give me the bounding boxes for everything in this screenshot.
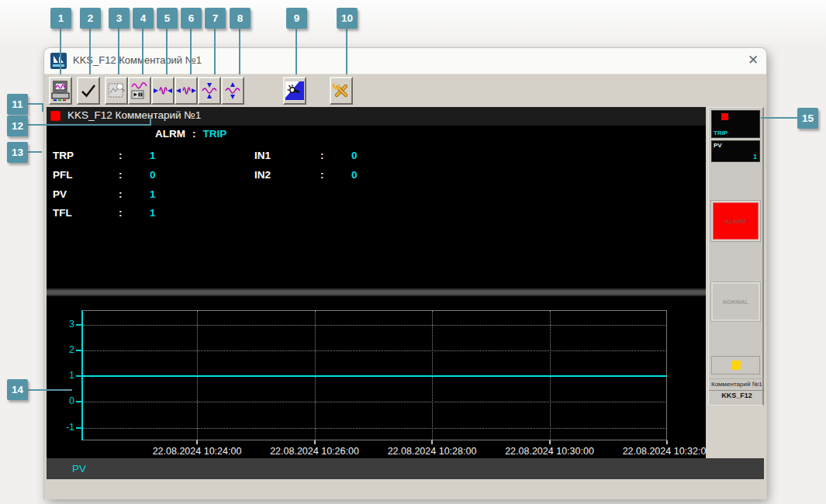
confirm-button[interactable]	[77, 77, 100, 105]
trend-legend: PV	[47, 458, 764, 479]
callout-line-3	[118, 29, 119, 74]
callout-line-14	[28, 389, 72, 391]
normal-state-button[interactable]: NORMAL	[711, 282, 760, 321]
chart-ytick	[76, 350, 81, 351]
expand-vertical-icon	[223, 81, 243, 100]
callout-badge-3: 3	[109, 8, 130, 29]
callout-line-12b	[150, 117, 151, 126]
chart-ytick	[76, 427, 81, 429]
callout-badge-7: 7	[205, 8, 226, 29]
chart-xtick	[666, 440, 668, 444]
trip-indicator-square	[721, 113, 728, 120]
alarm-state-value: TRIP	[203, 128, 227, 140]
chart-hgrid	[83, 350, 667, 351]
sidebar-kks-label: KKS_F12	[709, 392, 765, 399]
alarm-state-label: ALRM	[155, 128, 185, 140]
callout-badge-5: 5	[157, 8, 178, 29]
callout-badge-10: 10	[337, 8, 358, 29]
callout-line-12a	[28, 124, 151, 126]
chart-xlab: 22.08.2024 10:30:00	[484, 446, 616, 457]
chart-xlab: 22.08.2024 10:26:00	[249, 446, 381, 457]
snapshot-button[interactable]	[105, 77, 128, 105]
callout-line-1	[60, 29, 61, 74]
expand-vertical-button[interactable]	[221, 77, 244, 105]
tools-button[interactable]	[330, 77, 353, 105]
field-row-pfl: PFL:0	[53, 169, 156, 181]
chart-ytick	[76, 375, 81, 377]
callout-line-5	[166, 29, 168, 74]
compress-horizontal-button[interactable]	[151, 77, 175, 105]
mini-faceplate-panel: TRIP PV 1 ALARM NORMAL Комментарий №1 KK…	[708, 107, 764, 406]
compress-horizontal-icon	[153, 82, 173, 99]
trip-indicator-box: TRIP	[711, 110, 760, 138]
field-row-tfl: TFL:1	[53, 207, 156, 219]
chart-xtick	[196, 440, 198, 444]
chart-hgrid	[83, 428, 667, 429]
snapshot-icon	[107, 81, 126, 100]
chart-ytick	[76, 401, 81, 402]
callout-badge-9: 9	[286, 8, 307, 29]
field-row-in2: IN2:0	[254, 169, 358, 181]
callout-line-11b	[42, 103, 43, 112]
callout-line-6	[190, 29, 192, 74]
chart-hgrid	[83, 402, 667, 402]
chart-xtick	[431, 440, 433, 444]
panel-divider	[47, 288, 706, 296]
chart-ylab: -1	[48, 422, 74, 433]
callout-line-2	[89, 29, 91, 74]
chart-dataline	[83, 375, 667, 377]
theme-toggle-icon	[285, 81, 304, 100]
theme-toggle-button[interactable]	[283, 77, 306, 105]
callout-line-15	[761, 117, 797, 119]
callout-line-13	[28, 151, 42, 153]
chart-ylab: 2	[48, 344, 74, 355]
close-button[interactable]: ✕	[743, 50, 763, 71]
field-row-trp: TRP:1	[53, 150, 156, 161]
callout-line-7	[214, 29, 216, 74]
chart-xtick	[314, 440, 316, 444]
chart-ylab: 1	[48, 370, 74, 381]
print-screen-button[interactable]	[49, 77, 72, 105]
app-logo-icon	[50, 53, 67, 69]
faceplate-window: KKS_F12 Комментарий №1 ✕	[44, 48, 766, 499]
pv-box-label: PV	[714, 142, 722, 149]
chart-ytick	[76, 324, 81, 326]
callout-line-11a	[28, 103, 43, 105]
print-screen-icon	[51, 81, 70, 102]
window-title: KKS_F12 Комментарий №1	[73, 54, 202, 66]
yellow-indicator-box	[711, 356, 760, 375]
expand-horizontal-button[interactable]	[175, 77, 198, 105]
tools-icon	[332, 81, 351, 100]
chart-ylab: 3	[48, 319, 74, 330]
chart-xtick	[549, 440, 551, 444]
tag-header-title: KKS_F12 Комментарий №1	[67, 109, 201, 121]
pv-value-box: PV 1	[711, 140, 760, 162]
alarm-state-row: ALRM:TRIP	[155, 128, 226, 140]
callout-badge-8: 8	[230, 8, 251, 29]
field-row-in1: IN1:0	[254, 150, 358, 161]
faceplate-body: KKS_F12 Комментарий №1 ALRM:TRIP TRP:1 P…	[44, 107, 766, 499]
callout-badge-15: 15	[797, 108, 818, 129]
callout-badge-1: 1	[50, 8, 71, 29]
toolbar	[44, 74, 766, 107]
callout-line-4	[142, 29, 143, 74]
expand-horizontal-icon	[176, 82, 196, 99]
callout-badge-2: 2	[80, 8, 101, 29]
yellow-indicator-square	[731, 361, 741, 370]
trend-chart: 3210-122.08.2024 10:24:0022.08.2024 10:2…	[47, 296, 706, 458]
trend-pause-icon	[130, 81, 149, 101]
callout-line-9	[295, 29, 297, 74]
chart-xlab: 22.08.2024 10:24:00	[131, 446, 263, 457]
trend-pause-button[interactable]	[128, 77, 151, 105]
chart-xlab: 22.08.2024 10:28:00	[366, 446, 498, 457]
sidebar-comment-label: Комментарий №1	[709, 378, 765, 391]
callout-line-10	[346, 29, 347, 74]
compress-vertical-button[interactable]	[198, 77, 221, 105]
legend-pv-label: PV	[72, 463, 86, 475]
callout-badge-14: 14	[7, 379, 28, 400]
field-row-pv: PV:1	[53, 188, 156, 200]
alarm-state-button[interactable]: ALARM	[711, 201, 760, 241]
title-bar: KKS_F12 Комментарий №1 ✕	[44, 48, 766, 74]
tag-header: KKS_F12 Комментарий №1	[47, 107, 706, 126]
trip-indicator-label: TRIP	[714, 129, 728, 136]
